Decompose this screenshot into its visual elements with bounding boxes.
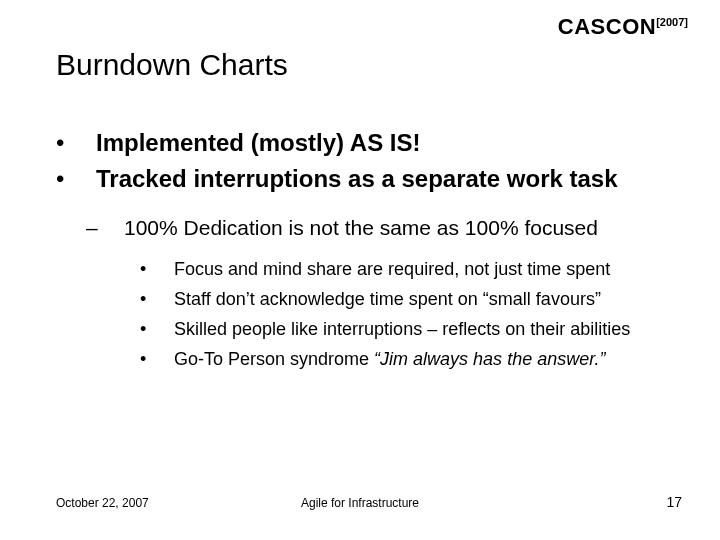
lvl3-group: • Focus and mind share are required, not… <box>140 257 664 371</box>
bullet-dot-icon: • <box>140 347 174 371</box>
bullet-lvl1-text: Tracked interruptions as a separate work… <box>96 164 618 194</box>
conference-logo: CASCON[2007] <box>558 14 688 40</box>
bullet-lvl1-text: Implemented (mostly) AS IS! <box>96 128 421 158</box>
bullet-lvl3-lead: Go-To Person syndrome <box>174 349 374 369</box>
bullet-dash-icon: – <box>86 214 124 241</box>
bullet-lvl2-text: 100% Dedication is not the same as 100% … <box>124 214 598 241</box>
footer-page-number: 17 <box>666 494 682 510</box>
slide-body: • Implemented (mostly) AS IS! • Tracked … <box>56 128 664 377</box>
bullet-lvl1: • Implemented (mostly) AS IS! <box>56 128 664 158</box>
bullet-lvl3-text: Go-To Person syndrome “Jim always has th… <box>174 347 606 371</box>
logo-name: CASCON <box>558 14 656 39</box>
bullet-dot-icon: • <box>140 317 174 341</box>
footer-center: Agile for Infrastructure <box>0 496 720 510</box>
bullet-lvl3-quote: “Jim always has the answer.” <box>374 349 605 369</box>
bullet-dot-icon: • <box>56 164 96 194</box>
bullet-lvl3-text: Focus and mind share are required, not j… <box>174 257 610 281</box>
slide: CASCON[2007] Burndown Charts • Implement… <box>0 0 720 540</box>
bullet-lvl3: • Go-To Person syndrome “Jim always has … <box>140 347 664 371</box>
bullet-lvl3: • Skilled people like interruptions – re… <box>140 317 664 341</box>
bullet-lvl1: • Tracked interruptions as a separate wo… <box>56 164 664 194</box>
bullet-lvl3-text: Staff don’t acknowledge time spent on “s… <box>174 287 601 311</box>
logo-year: 2007 <box>660 16 684 28</box>
bullet-lvl3: • Focus and mind share are required, not… <box>140 257 664 281</box>
logo-year-close: ] <box>684 16 688 28</box>
bullet-dot-icon: • <box>140 257 174 281</box>
bullet-dot-icon: • <box>56 128 96 158</box>
lvl2-group: – 100% Dedication is not the same as 100… <box>86 214 664 371</box>
bullet-dot-icon: • <box>140 287 174 311</box>
slide-title: Burndown Charts <box>56 48 288 82</box>
bullet-lvl3-text: Skilled people like interruptions – refl… <box>174 317 630 341</box>
bullet-lvl3: • Staff don’t acknowledge time spent on … <box>140 287 664 311</box>
bullet-lvl2: – 100% Dedication is not the same as 100… <box>86 214 664 241</box>
